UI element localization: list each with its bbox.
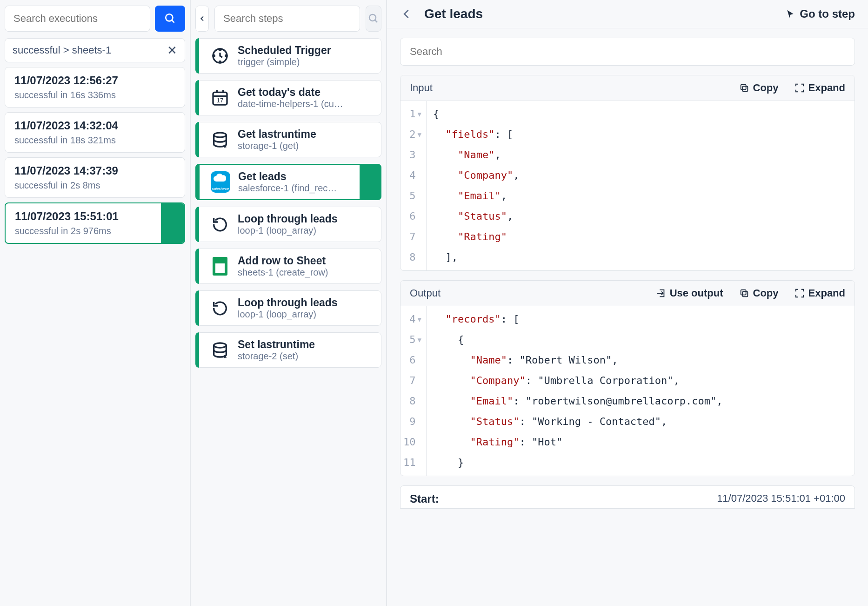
svg-rect-19 [742,291,748,296]
use-output-icon [656,288,666,298]
copy-label: Copy [753,287,779,299]
step-sub: trigger (simple) [238,57,345,67]
output-copy-button[interactable]: Copy [739,287,779,299]
svg-point-8 [226,55,227,56]
svg-point-14 [214,133,227,137]
step-title: Get leads [238,170,374,183]
storage-icon [210,129,230,150]
copy-icon [739,83,749,93]
copy-label: Copy [753,82,779,94]
expand-icon [795,288,805,298]
step-card[interactable]: salesforceGet leadssalesforce-1 (find_re… [195,164,381,200]
use-output-button[interactable]: Use output [656,287,723,299]
execution-timestamp: 11/07/2023 12:56:27 [14,74,175,87]
step-card[interactable]: Add row to Sheetsheets-1 (create_row) [195,249,381,284]
step-sub: storage-1 (get) [238,141,345,151]
step-sub: loop-1 (loop_array) [238,309,345,320]
detail-title: Get leads [424,7,786,21]
step-card[interactable]: Set lastruntimestorage-2 (set) [195,332,381,368]
execution-item[interactable]: 11/07/2023 12:56:27successful in 16s 336… [5,67,185,108]
svg-line-1 [172,20,174,22]
use-output-label: Use output [670,287,723,299]
step-sub: loop-1 (loop_array) [238,225,345,236]
svg-point-5 [219,49,220,50]
step-title: Get today's date [238,86,374,99]
output-expand-button[interactable]: Expand [795,287,845,299]
sheets-icon [213,257,227,276]
step-title: Scheduled Trigger [238,44,374,57]
step-card[interactable]: 17Get today's datedate-time-helpers-1 (c… [195,80,381,115]
start-row: Start: 11/07/2023 15:51:01 +01:00 [400,485,855,509]
step-card[interactable]: Scheduled Triggertrigger (simple) [195,38,381,74]
svg-line-3 [375,20,377,22]
step-title: Get lastruntime [238,128,374,141]
svg-rect-16 [742,86,748,91]
executions-panel: successful > sheets-1 ✕ 11/07/2023 12:56… [0,0,191,606]
expand-label: Expand [808,82,845,94]
step-card[interactable]: Loop through leadsloop-1 (loop_array) [195,290,381,326]
close-icon[interactable]: ✕ [167,44,177,56]
svg-point-0 [166,14,173,21]
goto-step-button[interactable]: Go to step [786,7,855,20]
input-copy-button[interactable]: Copy [739,82,779,94]
steps-search-button[interactable] [366,6,381,32]
detail-search-input[interactable] [400,38,855,66]
execution-item[interactable]: 11/07/2023 15:51:01successful in 2s 976m… [5,202,185,244]
execution-item[interactable]: 11/07/2023 14:32:04successful in 18s 321… [5,112,185,153]
output-panel: Output Use output Copy Expand 4▼5▼6 7 8 … [400,280,855,476]
step-sub: sheets-1 (create_row) [238,267,345,278]
output-label: Output [410,287,640,299]
copy-icon [739,288,749,298]
step-card[interactable]: Loop through leadsloop-1 (loop_array) [195,207,381,242]
loop-icon [210,298,230,318]
step-card[interactable]: Get lastruntimestorage-1 (get) [195,122,381,157]
input-label: Input [410,82,723,94]
expand-label: Expand [808,287,845,299]
step-sub: storage-2 (set) [238,351,345,362]
execution-timestamp: 11/07/2023 14:32:04 [14,119,175,132]
search-icon [164,13,176,25]
step-title: Loop through leads [238,213,374,225]
detail-back-button[interactable] [400,7,413,20]
input-expand-button[interactable]: Expand [795,82,845,94]
execution-status: successful in 2s 976ms [15,226,175,236]
executions-search-button[interactable] [155,6,185,32]
svg-point-2 [369,14,376,21]
start-value: 11/07/2023 15:51:01 +01:00 [717,492,845,505]
step-detail-panel: Get leads Go to step Input Copy Expand 1… [387,0,868,606]
calendar-icon: 17 [210,88,230,108]
svg-text:17: 17 [217,97,224,104]
step-title: Set lastruntime [238,338,374,351]
svg-rect-17 [741,85,746,90]
step-sub: date-time-helpers-1 (cur… [238,99,345,109]
steps-back-button[interactable] [195,6,209,32]
svg-point-6 [219,61,220,63]
input-panel: Input Copy Expand 1▼2▼3 4 5 6 7 8 { "fie… [400,75,855,271]
salesforce-icon: salesforce [211,171,230,193]
steps-search-input[interactable] [214,6,360,32]
chevron-left-icon [199,15,206,22]
input-code[interactable]: 1▼2▼3 4 5 6 7 8 { "fields": [ "Name", "C… [401,101,855,270]
execution-status: successful in 2s 8ms [14,180,175,191]
salesforce-icon: salesforce [210,172,231,192]
execution-timestamp: 11/07/2023 15:51:01 [15,210,175,223]
output-code[interactable]: 4▼5▼6 7 8 9 10 11 "records": [ { "Name":… [401,306,855,476]
execution-timestamp: 11/07/2023 14:37:39 [14,164,175,177]
executions-search-input[interactable] [5,6,150,32]
breadcrumb-text: successful > sheets-1 [13,44,111,56]
step-title: Loop through leads [238,296,374,309]
executions-filter-chip[interactable]: successful > sheets-1 ✕ [5,38,185,62]
loop-icon [210,214,230,235]
storage-icon [210,340,230,360]
execution-status: successful in 18s 321ms [14,135,175,146]
svg-point-7 [213,55,214,56]
search-icon [368,13,379,24]
step-title: Add row to Sheet [238,255,374,267]
start-label: Start: [410,492,439,505]
execution-item[interactable]: 11/07/2023 14:37:39successful in 2s 8ms [5,157,185,198]
clock-icon [210,46,230,66]
steps-panel: Scheduled Triggertrigger (simple)17Get t… [191,0,387,606]
expand-icon [795,83,805,93]
execution-status: successful in 16s 336ms [14,90,175,101]
sheets-icon [210,256,230,276]
